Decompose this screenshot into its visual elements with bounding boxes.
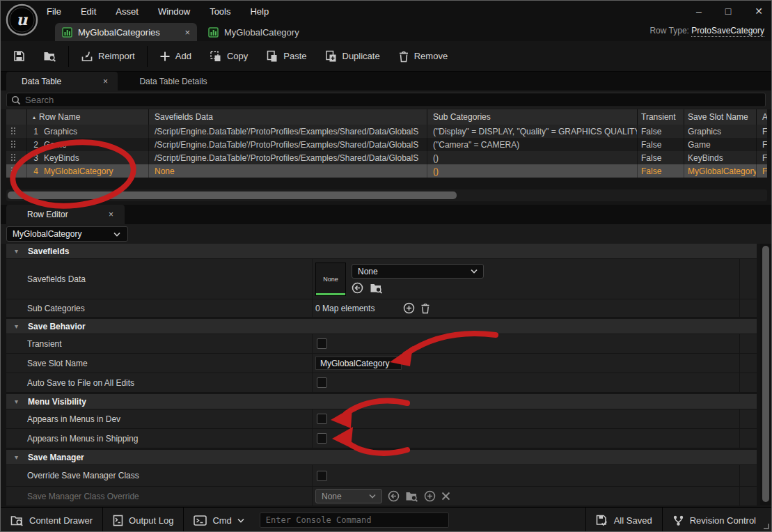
asset-toolbar: Reimport Add Copy Paste — [1, 41, 771, 72]
use-selected-asset-icon[interactable] — [352, 282, 363, 294]
table-row-graphics[interactable]: 1Graphics /Script/Engine.DataTable'/Prot… — [6, 125, 767, 138]
table-row-keybinds[interactable]: 3KeyBinds /Script/Engine.DataTable'/Prot… — [6, 151, 767, 164]
data-table: ▴ Row Name Savefields Data Sub Categorie… — [6, 109, 767, 178]
menu-edit[interactable]: Edit — [81, 6, 96, 17]
row-name-cell: MyGlobalCategory — [44, 166, 113, 176]
section-label: Save Behavior — [28, 322, 86, 331]
menu-window[interactable]: Window — [158, 6, 190, 17]
panel-close-icon[interactable]: × — [109, 210, 113, 219]
table-row-myglobalcategory-selected[interactable]: 4MyGlobalCategory None () False MyGlobal… — [6, 164, 767, 178]
menu-tools[interactable]: Tools — [210, 6, 230, 17]
copy-row-button[interactable]: Copy — [200, 41, 257, 71]
property-row-transient: Transient — [6, 334, 757, 354]
header-transient[interactable]: Transient — [638, 109, 684, 125]
row-grip-handle[interactable] — [10, 140, 15, 149]
panel-tab-label: Row Editor — [27, 210, 68, 219]
row-type-label: Row Type: — [649, 26, 688, 36]
save-slot-name-input[interactable] — [315, 357, 402, 370]
clear-map-icon[interactable] — [420, 303, 430, 314]
browse-asset-icon[interactable] — [405, 490, 418, 502]
trash-icon — [398, 50, 409, 63]
header-row-name[interactable]: ▴ Row Name — [27, 109, 149, 125]
content-drawer-button[interactable]: Content Drawer — [1, 508, 102, 532]
row-editor-scrollbar-thumb[interactable] — [762, 246, 769, 502]
section-collapse-icon: ▾ — [15, 322, 18, 330]
header-savefields[interactable]: Savefields Data — [149, 109, 427, 125]
tab-myglobalcategories[interactable]: MyGlobalCategories × — [55, 23, 197, 41]
section-savefields[interactable]: ▾ Savefields — [6, 244, 757, 259]
section-save-manager[interactable]: ▾ Save Manager — [6, 450, 757, 465]
tab-label: MyGlobalCategories — [78, 27, 160, 38]
header-save-slot[interactable]: Save Slot Name — [684, 109, 757, 125]
make-new-asset-icon[interactable] — [424, 490, 436, 502]
section-menu-visibility[interactable]: ▾ Menu Visibility — [6, 394, 757, 409]
add-map-element-icon[interactable] — [403, 302, 415, 314]
row-grip-handle[interactable] — [10, 166, 15, 175]
row-grip-handle[interactable] — [10, 153, 15, 162]
content-drawer-icon — [10, 515, 24, 526]
menu-help[interactable]: Help — [250, 6, 269, 17]
menu-asset[interactable]: Asset — [116, 6, 139, 17]
header-sub-categories[interactable]: Sub Categories — [427, 109, 638, 125]
row-type-value[interactable]: ProtoSaveCategory — [691, 26, 764, 37]
savefields-asset-dropdown[interactable]: None — [352, 264, 484, 279]
header-label: Save Slot Name — [688, 112, 748, 122]
menus-shipping-checkbox[interactable] — [317, 433, 327, 444]
revision-control-button[interactable]: Revision Control — [663, 508, 771, 532]
horizontal-scrollbar-thumb[interactable] — [8, 191, 457, 199]
clear-asset-icon[interactable] — [441, 492, 450, 501]
console-command-box[interactable] — [260, 513, 449, 528]
horizontal-scrollbar[interactable] — [6, 189, 767, 201]
reimport-icon — [81, 50, 93, 63]
maximize-icon[interactable]: □ — [725, 6, 731, 17]
auto-cell: Fa — [757, 138, 767, 151]
class-override-dropdown[interactable]: None — [315, 489, 382, 503]
reimport-button[interactable]: Reimport — [72, 41, 144, 71]
property-row-override-save-manager: Override Save Manager Class — [6, 465, 757, 487]
tab-myglobalcategory[interactable]: MyGlobalCategory — [201, 23, 306, 41]
console-command-input[interactable] — [260, 515, 448, 525]
paste-row-button[interactable]: Paste — [257, 41, 315, 71]
save-button[interactable] — [1, 41, 34, 71]
tab-data-table-details[interactable]: Data Table Details — [125, 72, 222, 91]
row-grip-handle[interactable] — [10, 127, 15, 136]
add-row-button[interactable]: Add — [150, 41, 200, 71]
use-selected-asset-icon[interactable] — [388, 490, 400, 502]
duplicate-row-button[interactable]: Duplicate — [316, 41, 389, 71]
cell-text: MyGlobalCategory — [688, 166, 757, 176]
remove-row-button[interactable]: Remove — [389, 41, 457, 71]
savefields-cell: /Script/Engine.DataTable'/ProtoProfiles/… — [149, 125, 427, 138]
minimize-icon[interactable]: – — [696, 6, 702, 17]
toolbar-separator — [68, 46, 69, 67]
override-save-manager-checkbox[interactable] — [317, 471, 327, 481]
output-log-button[interactable]: Output Log — [103, 508, 183, 532]
asset-thumbnail[interactable]: None — [315, 263, 346, 296]
tab-close-icon[interactable]: × — [184, 27, 190, 38]
table-row-game[interactable]: 2Game /Script/Engine.DataTable'/ProtoPro… — [6, 138, 767, 151]
section-collapse-icon: ▾ — [15, 453, 18, 461]
resize-grip-icon[interactable] — [762, 522, 769, 529]
transient-cell: False — [638, 151, 684, 164]
menu-file[interactable]: File — [47, 6, 61, 17]
content-drawer-label: Content Drawer — [29, 515, 93, 526]
header-auto[interactable]: A — [757, 109, 767, 125]
menus-dev-checkbox[interactable] — [317, 414, 327, 424]
console-icon — [194, 515, 207, 526]
cell-text: () — [433, 166, 439, 176]
remove-label: Remove — [414, 51, 448, 61]
tab-row-editor[interactable]: Row Editor × — [6, 205, 125, 224]
browse-to-asset-button[interactable] — [34, 41, 65, 71]
tab-data-table[interactable]: Data Table × — [6, 72, 118, 91]
close-icon[interactable]: ✕ — [755, 6, 763, 17]
cmd-button[interactable]: Cmd — [184, 508, 253, 532]
transient-checkbox[interactable] — [317, 338, 327, 349]
search-box[interactable] — [6, 93, 766, 107]
panel-close-icon[interactable]: × — [103, 77, 108, 86]
browse-asset-icon[interactable] — [370, 282, 383, 294]
chevron-down-icon[interactable] — [237, 518, 244, 523]
section-save-behavior[interactable]: ▾ Save Behavior — [6, 319, 757, 334]
search-input[interactable] — [25, 95, 765, 105]
all-saved-button[interactable]: All Saved — [586, 508, 662, 532]
row-selector-dropdown[interactable]: MyGlobalCategory — [6, 226, 128, 242]
auto-save-checkbox[interactable] — [317, 377, 327, 388]
